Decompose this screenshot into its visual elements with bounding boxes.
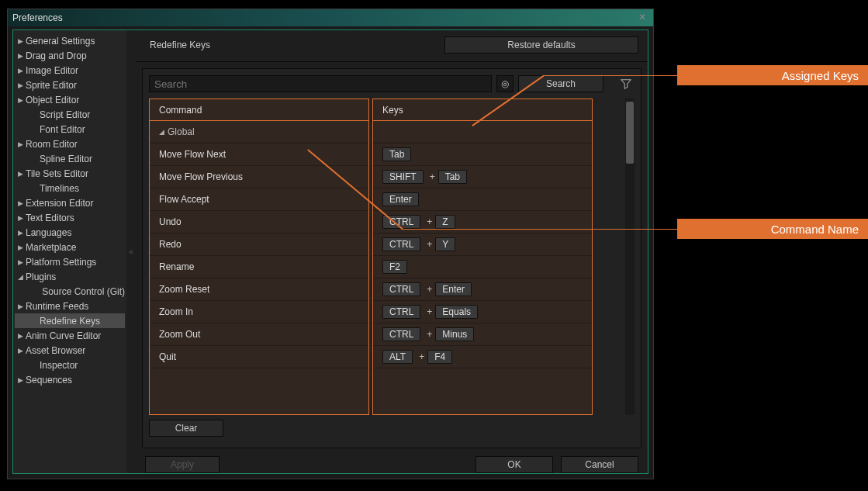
sidebar-item[interactable]: Font Editor [15, 122, 125, 137]
page-title: Redefine Keys [145, 40, 438, 50]
keycap: Minus [435, 327, 474, 341]
sidebar-item-label: Timelines [40, 183, 79, 194]
command-row[interactable]: Zoom Reset [150, 278, 368, 301]
command-row[interactable]: Redo [150, 233, 368, 256]
plus-separator: + [427, 239, 432, 250]
keycap: CTRL [382, 282, 420, 296]
keycap: CTRL [382, 237, 420, 251]
sidebar-item-label: Image Editor [26, 65, 78, 76]
keys-row[interactable]: SHIFT+Tab [373, 166, 592, 188]
sidebar-collapse-grip[interactable]: « [126, 30, 136, 473]
sidebar-item[interactable]: ▶Drag and Drop [15, 48, 125, 63]
command-row[interactable]: Undo [150, 211, 368, 233]
header-row: Redefine Keys Restore defaults [136, 30, 648, 62]
keycap: ALT [382, 350, 413, 364]
keys-row[interactable]: F2 [373, 256, 592, 278]
group-row-keys [373, 121, 592, 143]
titlebar[interactable]: Preferences ✕ [8, 9, 653, 26]
command-header[interactable]: Command [150, 99, 368, 121]
sidebar-item[interactable]: ▶Tile Sets Editor [15, 166, 125, 181]
apply-button[interactable]: Apply [145, 456, 220, 473]
sidebar-item-label: Sequences [26, 375, 72, 386]
keys-row[interactable]: ALT+F4 [373, 346, 592, 368]
command-row[interactable]: Zoom Out [150, 323, 368, 346]
plus-separator: + [427, 216, 432, 227]
keys-row[interactable]: CTRL+Enter [373, 278, 592, 301]
sidebar-item[interactable]: ▶Sprite Editor [15, 78, 125, 92]
keys-row[interactable]: CTRL+Minus [373, 323, 592, 346]
search-row: ◎ Search [149, 75, 635, 92]
sidebar-item[interactable]: ▶Text Editors [15, 210, 125, 225]
sidebar-item[interactable]: Source Control (Git) [15, 284, 125, 299]
window-body: ▶General Settings▶Drag and Drop▶Image Ed… [12, 29, 648, 474]
sidebar-item[interactable]: ▶Platform Settings [15, 254, 125, 269]
chevron-right-icon: ▶ [18, 229, 26, 237]
sidebar-item[interactable]: ▶Extension Editor [15, 195, 125, 210]
chevron-right-icon: ▶ [18, 37, 26, 45]
keys-row[interactable]: CTRL+Z [373, 211, 592, 233]
sidebar-item[interactable]: ▶Room Editor [15, 137, 125, 151]
sidebar-item[interactable]: ▶Image Editor [15, 63, 125, 78]
sidebar-item[interactable]: Spline Editor [15, 151, 125, 166]
plus-separator: + [419, 351, 424, 362]
command-row[interactable]: Move Flow Previous [150, 166, 368, 188]
sidebar-item[interactable]: Inspector [15, 358, 125, 372]
sidebar-item[interactable]: ◢Plugins [15, 269, 125, 284]
sidebar-item[interactable]: ▶General Settings [15, 33, 125, 48]
cancel-button[interactable]: Cancel [561, 456, 638, 473]
restore-defaults-button[interactable]: Restore defaults [444, 36, 638, 54]
sidebar-item-label: Tile Sets Editor [26, 168, 88, 179]
regex-toggle-icon[interactable]: ◎ [496, 75, 514, 92]
keys-row[interactable]: Tab [373, 143, 592, 166]
sidebar-item-label: Script Editor [40, 109, 90, 120]
ok-button[interactable]: OK [475, 456, 553, 473]
chevron-down-icon: ◢ [18, 273, 26, 281]
sidebar-item[interactable]: ▶Asset Browser [15, 343, 125, 358]
sidebar-item-label: Font Editor [40, 124, 85, 135]
sidebar-item[interactable]: Redefine Keys [15, 313, 125, 328]
footer: Apply OK Cancel [136, 448, 648, 473]
command-row[interactable]: Move Flow Next [150, 143, 368, 166]
sidebar-item-label: Source Control (Git) [42, 286, 125, 297]
chevron-right-icon: ▶ [18, 170, 26, 178]
chevron-right-icon: ▶ [18, 376, 26, 384]
keys-row[interactable]: Enter [373, 188, 592, 211]
annotation-command-name: Command Name [677, 219, 868, 239]
plus-separator: + [427, 306, 432, 317]
sidebar-item[interactable]: Timelines [15, 181, 125, 195]
sidebar-item[interactable]: ▶Runtime Feeds [15, 299, 125, 313]
command-row[interactable]: Rename [150, 256, 368, 278]
command-row[interactable]: Quit [150, 346, 368, 368]
keys-row[interactable]: CTRL+Y [373, 233, 592, 256]
keycap: Enter [435, 282, 472, 296]
sidebar-item-label: Redefine Keys [40, 316, 100, 327]
sidebar-item-label: Room Editor [26, 139, 78, 150]
command-row[interactable]: Flow Accept [150, 188, 368, 211]
chevron-right-icon: ▶ [18, 244, 26, 251]
command-column: Command ◢GlobalMove Flow NextMove Flow P… [149, 99, 369, 415]
sidebar-item-label: Marketplace [26, 242, 76, 253]
sidebar-item[interactable]: ▶Object Editor [15, 92, 125, 107]
sidebar-item[interactable]: ▶Anim Curve Editor [15, 328, 125, 343]
command-row[interactable]: Zoom In [150, 301, 368, 323]
annotation-lead [403, 229, 677, 230]
chevron-right-icon: ▶ [18, 303, 26, 310]
group-row[interactable]: ◢Global [150, 121, 368, 143]
scrollbar[interactable] [625, 99, 635, 415]
keys-row[interactable]: CTRL+Equals [373, 301, 592, 323]
sidebar-item[interactable]: ▶Marketplace [15, 240, 125, 254]
search-input[interactable] [149, 75, 492, 92]
scroll-thumb[interactable] [626, 102, 634, 164]
sidebar-item-label: Inspector [40, 360, 78, 371]
chevron-right-icon: ▶ [18, 140, 26, 148]
sidebar-item-label: Object Editor [26, 95, 79, 105]
chevron-right-icon: ▶ [18, 81, 26, 89]
sidebar-item-label: General Settings [26, 36, 95, 47]
close-icon[interactable]: ✕ [636, 12, 648, 24]
sidebar-item[interactable]: ▶Sequences [15, 372, 125, 387]
sidebar-item[interactable]: Script Editor [15, 107, 125, 122]
sidebar-item[interactable]: ▶Languages [15, 225, 125, 240]
plus-separator: + [427, 329, 432, 340]
filter-icon[interactable] [617, 75, 635, 92]
clear-button[interactable]: Clear [149, 420, 223, 437]
